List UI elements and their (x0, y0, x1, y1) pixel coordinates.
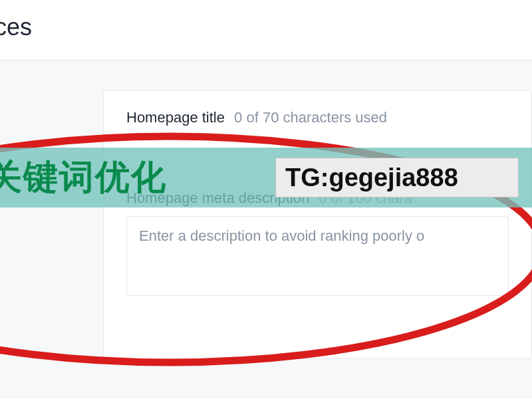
meta-description-charcount: 0 of 160 chara (319, 190, 412, 207)
seo-form-card: Homepage title 0 of 70 characters used H… (103, 90, 532, 359)
homepage-title-label: Homepage title (126, 109, 225, 126)
homepage-title-charcount: 0 of 70 characters used (234, 109, 387, 126)
meta-description-row: Homepage meta description 0 of 160 chara (126, 190, 509, 207)
homepage-title-row: Homepage title 0 of 70 characters used (126, 109, 509, 126)
page-title: rences (0, 0, 32, 61)
meta-description-label: Homepage meta description (126, 190, 309, 206)
meta-description-input[interactable] (126, 216, 509, 296)
sidebar-fragment: s (0, 192, 1, 209)
